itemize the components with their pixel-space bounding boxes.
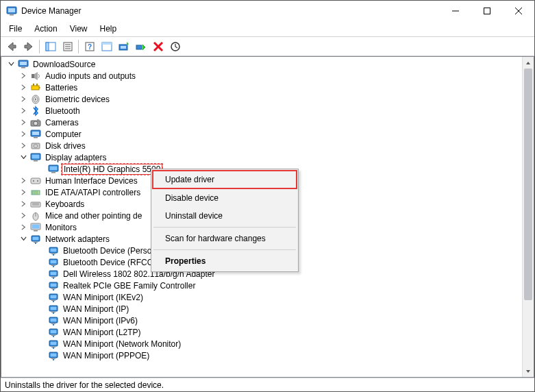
vertical-scrollbar[interactable]: [522, 57, 534, 377]
category-biometric[interactable]: Biometric devices: [4, 93, 522, 105]
category-camera[interactable]: Cameras: [4, 117, 522, 128]
category-label: Keyboards: [44, 199, 86, 209]
category-label: Disk drives: [44, 141, 87, 151]
tree-toggle[interactable]: [19, 200, 27, 208]
network-icon: [48, 257, 59, 268]
category-label: Audio inputs and outputs: [44, 71, 137, 81]
disable-button[interactable]: [150, 39, 166, 54]
device-item[interactable]: WAN Miniport (Network Monitor): [4, 338, 522, 350]
category-bluetooth[interactable]: Bluetooth: [4, 105, 522, 117]
back-button[interactable]: [3, 39, 19, 54]
update-driver-button[interactable]: [116, 39, 132, 54]
category-disk[interactable]: Disk drives: [4, 140, 522, 151]
network-icon: [48, 350, 59, 361]
help-button[interactable]: ?: [82, 39, 97, 54]
context-item-scan-for-hardware-changes[interactable]: Scan for hardware changes: [153, 230, 297, 247]
category-label: Monitors: [44, 223, 78, 232]
tree-toggle[interactable]: [19, 84, 27, 92]
device-label: WAN Miniport (PPPOE): [62, 351, 151, 360]
category-label: Biometric devices: [44, 95, 111, 104]
svg-rect-18: [121, 46, 126, 49]
tree-toggle[interactable]: [19, 188, 27, 197]
tree-toggle[interactable]: [7, 60, 15, 69]
context-item-update-driver[interactable]: Update driver: [153, 171, 297, 188]
device-label: WAN Miniport (IPv6): [62, 316, 139, 326]
device-item[interactable]: WAN Miniport (L2TP): [4, 326, 522, 338]
category-computer[interactable]: Computer: [4, 128, 522, 140]
device-item[interactable]: WAN Miniport (IKEv2): [4, 291, 522, 303]
status-bar: Uninstalls the driver for the selected d…: [1, 378, 534, 391]
scroll-down-button[interactable]: [523, 365, 534, 377]
context-item-uninstall-device[interactable]: Uninstall device: [153, 207, 297, 225]
uninstall-button[interactable]: [133, 39, 149, 54]
action-button[interactable]: [99, 39, 114, 54]
context-menu: Update driverDisable deviceUninstall dev…: [151, 169, 299, 272]
device-label: Realtek PCIe GBE Family Controller: [62, 281, 197, 291]
context-item-disable-device[interactable]: Disable device: [153, 189, 297, 207]
tree-toggle[interactable]: [19, 142, 27, 150]
category-label: Mice and other pointing de: [44, 211, 143, 221]
device-item[interactable]: WAN Miniport (IPv6): [4, 315, 522, 326]
menu-action[interactable]: Action: [29, 23, 62, 35]
device-label: WAN Miniport (IKEv2): [62, 293, 145, 302]
svg-rect-2: [10, 14, 14, 16]
bluetooth-icon: [30, 106, 41, 117]
category-label: Computer: [44, 130, 83, 139]
window-title: Device Manager: [21, 6, 81, 16]
menu-view[interactable]: View: [64, 23, 93, 35]
device-tree[interactable]: DownloadSource Audio inputs and outputs …: [1, 57, 522, 377]
network-icon: [30, 234, 41, 245]
tree-toggle[interactable]: [19, 235, 27, 243]
svg-rect-19: [136, 45, 142, 49]
properties-button[interactable]: [60, 39, 75, 54]
scroll-track[interactable]: [523, 69, 534, 365]
monitor-icon: [30, 222, 41, 233]
category-label: Batteries: [44, 83, 79, 93]
device-label: WAN Miniport (L2TP): [62, 328, 142, 337]
category-audio[interactable]: Audio inputs and outputs: [4, 70, 522, 82]
device-item[interactable]: WAN Miniport (PPPOE): [4, 350, 522, 361]
tree-root[interactable]: DownloadSource: [4, 58, 522, 70]
minimize-button[interactable]: [440, 1, 471, 21]
category-display[interactable]: Display adapters: [4, 151, 522, 163]
tree-toggle[interactable]: [19, 212, 27, 220]
tree-toggle[interactable]: [19, 154, 27, 162]
tree-toggle[interactable]: [19, 223, 27, 232]
context-item-properties[interactable]: Properties: [153, 252, 297, 270]
forward-button[interactable]: [21, 39, 36, 54]
device-item[interactable]: WAN Miniport (IP): [4, 303, 522, 315]
category-label: Bluetooth: [44, 106, 82, 116]
network-icon: [48, 339, 59, 350]
tree-toggle[interactable]: [19, 130, 27, 138]
device-label: WAN Miniport (Network Monitor): [62, 339, 182, 349]
computer-icon: [30, 129, 41, 140]
scan-hardware-button[interactable]: [167, 39, 183, 54]
show-hide-tree-button[interactable]: [42, 39, 58, 54]
network-icon: [48, 292, 59, 303]
tree-toggle[interactable]: [19, 95, 27, 103]
scroll-thumb[interactable]: [524, 69, 532, 300]
svg-rect-16: [102, 42, 112, 45]
tree-toggle[interactable]: [19, 107, 27, 115]
hid-icon: [30, 175, 41, 186]
menu-file[interactable]: File: [3, 23, 27, 35]
device-item[interactable]: Realtek PCIe GBE Family Controller: [4, 280, 522, 291]
ide-icon: [30, 187, 41, 198]
network-icon: [48, 280, 59, 291]
titlebar: Device Manager: [1, 1, 534, 21]
tree-toggle[interactable]: [19, 177, 27, 185]
keyboard-icon: [30, 199, 41, 210]
biometric-icon: [30, 94, 41, 105]
display-icon: [30, 152, 41, 163]
tree-toggle[interactable]: [19, 119, 27, 127]
scroll-up-button[interactable]: [523, 57, 534, 69]
tree-toggle[interactable]: [19, 72, 27, 80]
menu-help[interactable]: Help: [95, 23, 123, 35]
close-button[interactable]: [503, 1, 534, 21]
context-separator: [153, 249, 296, 250]
computer-icon: [18, 59, 29, 70]
window-controls: [440, 1, 534, 21]
category-battery[interactable]: Batteries: [4, 82, 522, 93]
maximize-button[interactable]: [471, 1, 503, 21]
toolbar: ?: [1, 37, 534, 56]
